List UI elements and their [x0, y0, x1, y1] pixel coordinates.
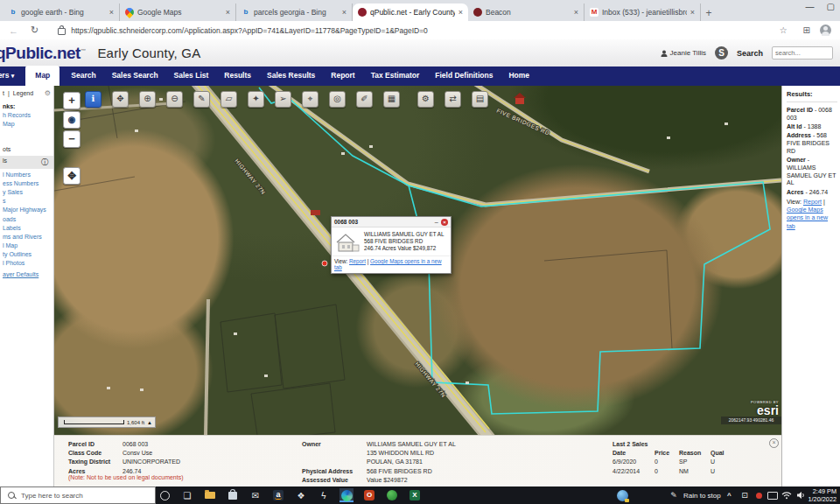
volume-icon[interactable] — [794, 488, 808, 502]
measure-tool-icon[interactable]: ✎ — [193, 91, 210, 108]
sidebar-layer-item[interactable]: ms and Rivers — [3, 234, 53, 240]
sidebar-layer-item[interactable]: l Numbers — [3, 172, 53, 178]
back-icon[interactable]: ← — [9, 25, 18, 36]
amazon-icon[interactable]: a — [271, 488, 285, 502]
internet-globe-icon[interactable] — [615, 488, 629, 502]
directions-tool-icon[interactable]: ➢ — [275, 91, 291, 108]
sidebar-layer-defaults-link[interactable]: ayer Defaults — [3, 271, 53, 277]
schneider-logo-icon[interactable]: S — [715, 46, 728, 60]
identify-tool-icon[interactable]: ℹ — [85, 91, 102, 108]
pan-tool-icon[interactable]: ✥ — [112, 91, 129, 108]
edge-browser-icon[interactable] — [340, 488, 354, 502]
marker-tool-icon[interactable]: ✦ — [248, 91, 264, 108]
display-icon[interactable] — [766, 488, 780, 502]
pen-icon[interactable]: ✎ — [667, 488, 681, 502]
zoom-in-tool-icon[interactable]: ⊕ — [139, 91, 156, 108]
user-chip[interactable]: Jeanie Tillis — [661, 49, 706, 57]
collections-icon[interactable]: ⊞ — [803, 25, 810, 35]
taskbar-search[interactable]: Type here to search — [0, 486, 156, 504]
nav-sales-results[interactable]: Sales Results — [259, 66, 323, 86]
nav-map[interactable]: Map — [25, 66, 60, 86]
zoom-out-button[interactable]: − — [63, 130, 80, 148]
draw-tool-icon[interactable]: ✐ — [356, 91, 373, 108]
hidden-icons-chevron[interactable]: ^ — [727, 486, 732, 504]
maximize-button[interactable]: ▢ — [827, 2, 835, 11]
sidebar-layer-item[interactable]: Major Highways — [3, 206, 53, 213]
info-icon[interactable]: ⓘ — [41, 158, 48, 167]
pan-button[interactable]: ✥ — [63, 167, 80, 185]
sidebar-layer-item[interactable]: Labels — [3, 225, 53, 231]
sidebar-link-records[interactable]: h Records — [3, 112, 53, 118]
tab-close-icon[interactable]: × — [342, 8, 346, 17]
lightning-app-icon[interactable]: ϟ — [317, 488, 331, 502]
tab-close-icon[interactable]: × — [690, 8, 695, 17]
popup-report-link[interactable]: Report — [349, 258, 366, 264]
profile-avatar[interactable] — [820, 24, 831, 36]
task-view-icon[interactable]: ❏ — [180, 488, 194, 502]
tray-red-badge-icon[interactable] — [752, 488, 766, 502]
results-report-link[interactable]: Report — [803, 199, 822, 205]
sidebar-tab-fragment[interactable]: t — [3, 90, 4, 96]
cortana-icon[interactable] — [158, 488, 172, 502]
taskbar-clock[interactable]: 2:49 PM 1/20/2022 — [808, 487, 836, 503]
quickbooks-icon[interactable] — [385, 488, 399, 502]
search-area-tool-icon[interactable]: ◎ — [329, 91, 346, 108]
tab-beacon[interactable]: Beacon × — [468, 4, 584, 21]
zoom-in-button[interactable]: + — [63, 92, 80, 109]
sidebar-layer-item[interactable]: ess Numbers — [3, 180, 53, 186]
globe-button[interactable]: ◉ — [63, 111, 80, 129]
sidebar-layer-selected[interactable]: ls ⓘ — [0, 156, 53, 169]
sidebar-tab-legend[interactable]: Legend — [13, 90, 33, 96]
tab-close-icon[interactable]: × — [226, 8, 230, 17]
minimize-button[interactable]: — — [806, 2, 815, 11]
sidebar-link-map[interactable]: Map — [3, 121, 53, 127]
tab-parcels-georgia[interactable]: b parcels georgia - Bing × — [236, 4, 353, 21]
weather-widget[interactable]: Rain to stop — [683, 486, 721, 504]
tab-close-icon[interactable]: × — [109, 8, 114, 17]
new-tab-button[interactable]: + — [701, 5, 717, 21]
excel-icon[interactable]: X — [408, 488, 422, 502]
map-canvas[interactable]: FIVE BRIDGES RD HIGHWAY 27N HIGHWAY 27N … — [54, 86, 781, 435]
dropbox-icon[interactable]: ❖ — [294, 488, 308, 502]
nav-search[interactable]: Search — [63, 66, 103, 86]
tab-google-earth[interactable]: b google earth - Bing × — [4, 4, 120, 21]
tab-google-maps[interactable]: Google Maps × — [120, 4, 236, 21]
buffer-tool-icon[interactable]: ⌖ — [302, 91, 318, 108]
sidebar-layer-item[interactable]: ty Outlines — [3, 251, 53, 257]
sidebar-layer-item[interactable]: oads — [3, 216, 53, 222]
detail-close-icon[interactable]: × — [769, 438, 779, 448]
refresh-icon[interactable]: ↻ — [31, 24, 38, 36]
mail-icon[interactable]: ✉ — [248, 488, 262, 502]
zoom-out-tool-icon[interactable]: ⊖ — [166, 91, 183, 108]
office-icon[interactable]: O — [362, 488, 376, 502]
favorites-icon[interactable]: ☆ — [780, 25, 788, 35]
file-explorer-icon[interactable] — [203, 488, 217, 502]
nav-tax-estimator[interactable]: Tax Estimator — [363, 66, 428, 86]
sidebar-layer-item[interactable]: s — [3, 198, 53, 204]
header-search-button[interactable]: Search — [737, 49, 763, 58]
gear-icon[interactable]: ⚙ — [45, 89, 51, 97]
nav-sales-list[interactable]: Sales List — [166, 66, 217, 86]
results-google-maps-link[interactable]: Google Maps opens in a new tab — [787, 206, 828, 228]
tab-close-icon[interactable]: × — [574, 8, 578, 17]
nav-field-definitions[interactable]: Field Definitions — [427, 66, 500, 86]
nav-layers[interactable]: Layers ▾ — [0, 66, 22, 86]
tab-close-icon[interactable]: × — [458, 8, 463, 17]
sidebar-layer-item[interactable]: l Map — [3, 242, 53, 248]
sidebar-layer-item[interactable]: y Sales — [3, 189, 53, 195]
popup-close-icon[interactable]: × — [441, 219, 448, 226]
nav-sales-search[interactable]: Sales Search — [104, 66, 166, 86]
microsoft-store-icon[interactable] — [226, 488, 240, 502]
settings-tool-icon[interactable]: ⚙ — [417, 91, 434, 108]
nav-report[interactable]: Report — [323, 66, 362, 86]
nav-results[interactable]: Results — [216, 66, 259, 86]
share-tool-icon[interactable]: ⇄ — [444, 91, 461, 108]
tray-app-icon[interactable]: ⊡ — [738, 488, 752, 502]
tab-gmail-inbox[interactable]: M Inbox (533) - jeanietillisbroker@ × — [584, 4, 701, 21]
select-polygon-tool-icon[interactable]: ▱ — [220, 91, 237, 108]
wifi-icon[interactable] — [780, 488, 794, 502]
popup-minimize-icon[interactable]: – — [435, 218, 438, 226]
export-tool-icon[interactable]: ▤ — [472, 91, 488, 108]
header-search-input[interactable] — [772, 46, 833, 60]
sidebar-layer-item[interactable]: l Photos — [3, 260, 53, 266]
